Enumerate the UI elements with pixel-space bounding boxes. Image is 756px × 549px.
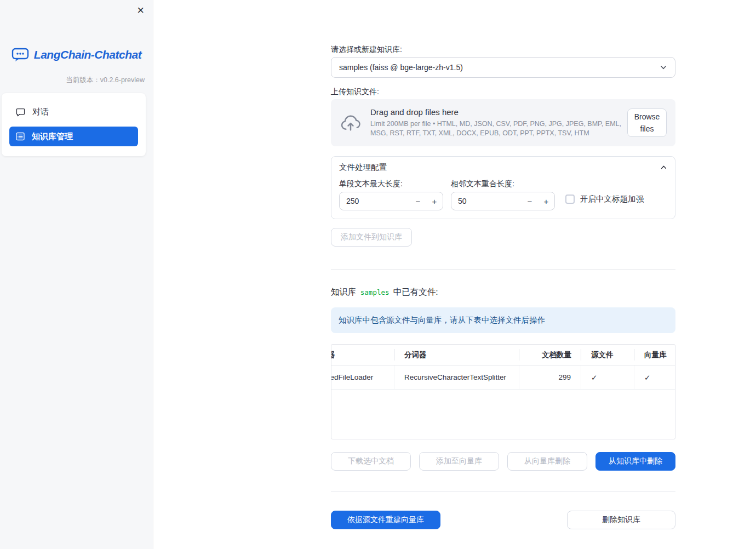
- column-header-loader[interactable]: 器: [331, 345, 394, 365]
- sidebar-item-kb-management[interactable]: 知识库管理: [9, 127, 138, 146]
- file-dropzone[interactable]: Drag and drop files here Limit 200MB per…: [331, 99, 675, 146]
- chunk-size-value[interactable]: 250: [346, 197, 410, 205]
- chunk-size-label: 单段文本最大长度:: [339, 179, 403, 189]
- info-banner: 知识库中包含源文件与向量库，请从下表中选择文件后操作: [331, 307, 675, 333]
- cell-doc-count: 299: [519, 365, 581, 389]
- table-row[interactable]: redFileLoader RecursiveCharacterTextSpli…: [331, 365, 675, 390]
- info-banner-text: 知识库中包含源文件与向量库，请从下表中选择文件后操作: [339, 315, 545, 325]
- overlap-size-value[interactable]: 50: [458, 197, 522, 205]
- upload-cloud-icon: [340, 114, 362, 131]
- column-header-vector-store[interactable]: 向量库: [634, 345, 675, 365]
- plus-step-button[interactable]: +: [538, 197, 554, 206]
- files-table-header: 器 分词器 文档数量 源文件 向量库: [331, 345, 675, 365]
- divider: [331, 491, 675, 492]
- sidebar-item-label: 知识库管理: [32, 131, 73, 142]
- existing-files-prefix: 知识库: [331, 287, 357, 296]
- file-config-expander-header[interactable]: 文件处理配置: [331, 157, 675, 178]
- chunk-size-input[interactable]: 250 − +: [339, 192, 443, 210]
- add-to-vector-store-button[interactable]: 添加至向量库: [419, 452, 499, 471]
- version-label: 当前版本：: [66, 76, 100, 84]
- file-config-expander: 文件处理配置 单段文本最大长度: 250 − + 相邻文本重合长度: 50 − …: [331, 156, 675, 219]
- overlap-size-label: 相邻文本重合长度:: [451, 179, 514, 189]
- upload-label: 上传知识文件:: [331, 87, 379, 97]
- minus-step-button[interactable]: −: [410, 197, 426, 206]
- sidebar: × LangChain-Chatchat 当前版本：v0.2.6-preview…: [0, 0, 153, 549]
- kb-select-dropdown[interactable]: samples (faiss @ bge-large-zh-v1.5): [331, 57, 675, 78]
- delete-kb-button[interactable]: 删除知识库: [567, 511, 675, 529]
- column-header-source-file[interactable]: 源文件: [581, 345, 634, 365]
- add-files-to-kb-button[interactable]: 添加文件到知识库: [331, 228, 412, 247]
- dropzone-title: Drag and drop files here: [370, 107, 622, 117]
- column-header-splitter[interactable]: 分词器: [394, 345, 519, 365]
- list-icon: [16, 132, 25, 141]
- version-value: v0.2.6-preview: [100, 76, 145, 84]
- divider: [331, 269, 675, 270]
- sidebar-close-icon[interactable]: ×: [135, 2, 146, 19]
- sidebar-item-dialogue[interactable]: 对话: [9, 102, 138, 122]
- column-header-doc-count[interactable]: 文档数量: [519, 345, 581, 365]
- existing-files-heading: 知识库 samples 中已有文件:: [331, 287, 438, 298]
- sidebar-menu: 对话 知识库管理: [2, 93, 146, 156]
- dropzone-limit-text: Limit 200MB per file • HTML, MD, JSON, C…: [370, 119, 622, 138]
- main-content: 请选择或新建知识库: samples (faiss @ bge-large-zh…: [153, 0, 756, 549]
- cell-loader: redFileLoader: [331, 365, 394, 389]
- existing-files-suffix: 中已有文件:: [393, 287, 438, 296]
- chat-icon: [16, 107, 25, 117]
- zh-title-enhance-option: 开启中文标题加强: [565, 194, 644, 204]
- cell-vector-store-check: ✓: [634, 365, 675, 389]
- dropzone-text: Drag and drop files here Limit 200MB per…: [370, 107, 627, 138]
- cell-splitter: RecursiveCharacterTextSplitter: [394, 365, 519, 389]
- files-table: 器 分词器 文档数量 源文件 向量库 redFileLoader Recursi…: [331, 344, 675, 439]
- delete-from-kb-button[interactable]: 从知识库中删除: [595, 452, 675, 471]
- kb-name-code: samples: [359, 288, 391, 296]
- chevron-up-icon: [660, 164, 667, 171]
- cell-source-file-check: ✓: [581, 365, 634, 389]
- zh-title-enhance-label: 开启中文标题加强: [580, 194, 644, 204]
- version-text: 当前版本：v0.2.6-preview: [66, 76, 145, 85]
- browse-files-button[interactable]: Browse files: [627, 108, 667, 137]
- rebuild-vector-store-button[interactable]: 依据源文件重建向量库: [331, 511, 440, 529]
- overlap-size-input[interactable]: 50 − +: [451, 192, 555, 210]
- app-logo: LangChain-Chatchat: [0, 47, 153, 62]
- minus-step-button[interactable]: −: [522, 197, 538, 206]
- app-title: LangChain-Chatchat: [34, 48, 141, 61]
- zh-title-enhance-checkbox[interactable]: [565, 195, 575, 204]
- sidebar-item-label: 对话: [32, 107, 49, 117]
- file-config-title: 文件处理配置: [339, 162, 387, 173]
- delete-from-vector-store-button[interactable]: 从向量库删除: [507, 452, 587, 471]
- kb-select-value: samples (faiss @ bge-large-zh-v1.5): [339, 63, 463, 72]
- logo-chat-icon: [12, 47, 29, 62]
- kb-select-label: 请选择或新建知识库:: [331, 45, 402, 55]
- chevron-down-icon: [660, 64, 667, 71]
- download-selected-button[interactable]: 下载选中文档: [331, 452, 411, 471]
- plus-step-button[interactable]: +: [426, 197, 443, 206]
